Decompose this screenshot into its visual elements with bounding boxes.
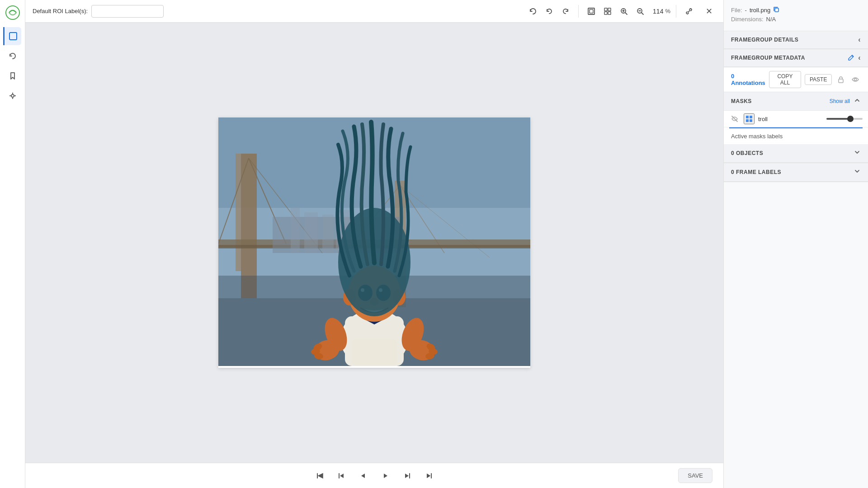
roi-label-text: Default ROI Label(s): bbox=[33, 8, 88, 14]
file-dash: - bbox=[745, 7, 747, 14]
bottom-nav: SAVE bbox=[25, 463, 723, 488]
file-info: File: - troll.png Dimensions: N/A bbox=[724, 0, 868, 31]
zoom-in-btn[interactable] bbox=[617, 4, 631, 19]
file-name: troll.png bbox=[750, 7, 770, 14]
dimensions-row: Dimensions: N/A bbox=[731, 16, 861, 23]
logo bbox=[4, 4, 22, 22]
top-toolbar: Default ROI Label(s): bbox=[25, 0, 723, 23]
roi-section: Default ROI Label(s): bbox=[33, 5, 164, 18]
paste-btn[interactable]: PASTE bbox=[805, 74, 832, 85]
svg-rect-73 bbox=[746, 119, 749, 122]
mask-opacity-slider[interactable] bbox=[826, 118, 863, 120]
fit-screen-btn[interactable] bbox=[584, 4, 599, 19]
rotate-tool[interactable] bbox=[4, 47, 22, 65]
right-panel: File: - troll.png Dimensions: N/A FRAMEG… bbox=[723, 0, 868, 488]
dimensions-label: Dimensions: bbox=[731, 16, 764, 23]
next-frame-btn[interactable] bbox=[378, 469, 392, 483]
toolbar-divider-2 bbox=[676, 5, 676, 18]
svg-rect-35 bbox=[304, 212, 318, 253]
save-button[interactable]: SAVE bbox=[678, 468, 712, 483]
show-all-link[interactable]: Show all bbox=[830, 98, 850, 104]
link-btn[interactable] bbox=[682, 4, 696, 19]
framegroup-metadata-header[interactable]: FRAMEGROUP METADATA ‹ bbox=[724, 49, 868, 67]
objects-section: 0 OBJECTS bbox=[724, 144, 868, 163]
mask-troll-visibility-btn[interactable] bbox=[729, 113, 740, 124]
frame-labels-chevron bbox=[854, 168, 861, 177]
copy-filename-btn[interactable] bbox=[773, 6, 779, 14]
svg-rect-9 bbox=[604, 8, 607, 11]
mask-slider-container[interactable] bbox=[826, 118, 863, 120]
mask-troll-name: troll bbox=[758, 116, 823, 122]
zoom-unit: % bbox=[665, 8, 670, 14]
svg-rect-1 bbox=[9, 33, 17, 40]
lock-btn[interactable] bbox=[835, 73, 846, 86]
toolbar-divider-1 bbox=[578, 5, 579, 18]
file-name-row: File: - troll.png bbox=[731, 6, 861, 14]
copy-all-btn[interactable]: COPY ALL bbox=[769, 71, 801, 88]
svg-rect-34 bbox=[291, 208, 300, 253]
toolbar-actions bbox=[526, 4, 573, 19]
svg-line-18 bbox=[642, 13, 643, 14]
framegroup-metadata-label: FRAMEGROUP METADATA bbox=[731, 55, 805, 61]
svg-point-2 bbox=[11, 94, 14, 97]
framegroup-details-label: FRAMEGROUP DETAILS bbox=[731, 37, 798, 43]
undo-btn[interactable] bbox=[542, 4, 557, 19]
svg-rect-8 bbox=[590, 9, 593, 13]
svg-rect-11 bbox=[604, 12, 607, 14]
troll-image bbox=[218, 117, 530, 366]
masks-right: Show all bbox=[830, 97, 861, 106]
framegroup-metadata-chevron: ‹ bbox=[858, 54, 861, 62]
annotations-bar: 0 Annotations COPY ALL PASTE bbox=[724, 67, 868, 92]
select-tool[interactable] bbox=[3, 27, 21, 45]
mask-troll-grid-btn[interactable] bbox=[744, 113, 755, 124]
view-controls bbox=[584, 4, 647, 19]
svg-rect-63 bbox=[352, 339, 397, 366]
prev-segment-btn[interactable] bbox=[335, 469, 349, 483]
file-label: File: bbox=[731, 7, 742, 14]
active-masks-text: Active masks labels bbox=[731, 133, 783, 140]
first-frame-btn[interactable] bbox=[313, 469, 327, 483]
prev-frame-btn[interactable] bbox=[356, 469, 371, 483]
reset-zoom-btn[interactable] bbox=[526, 4, 540, 19]
metadata-edit-icon[interactable] bbox=[848, 54, 854, 62]
frame-labels-label: 0 FRAME LABELS bbox=[731, 169, 781, 175]
zoom-value: 114 bbox=[653, 8, 663, 15]
masks-title: MASKS bbox=[731, 98, 752, 104]
mask-item-troll: troll bbox=[724, 111, 868, 127]
masks-section: MASKS Show all bbox=[724, 92, 868, 144]
masks-chevron-up bbox=[854, 97, 861, 106]
objects-header[interactable]: 0 OBJECTS bbox=[724, 144, 868, 163]
visibility-btn[interactable] bbox=[850, 73, 861, 86]
svg-rect-72 bbox=[750, 116, 752, 118]
active-masks-labels: Active masks labels bbox=[724, 128, 868, 144]
roi-input[interactable] bbox=[91, 5, 164, 18]
svg-rect-68 bbox=[775, 8, 778, 12]
svg-rect-69 bbox=[839, 79, 843, 83]
canvas-area[interactable] bbox=[25, 23, 723, 463]
objects-label: 0 OBJECTS bbox=[731, 150, 763, 156]
next-segment-btn[interactable] bbox=[400, 469, 414, 483]
svg-rect-12 bbox=[608, 12, 611, 14]
zoom-display: 114 % bbox=[653, 8, 670, 15]
image-container bbox=[218, 117, 530, 368]
svg-rect-74 bbox=[750, 119, 752, 122]
last-frame-btn[interactable] bbox=[421, 469, 436, 483]
svg-rect-36 bbox=[322, 215, 334, 253]
svg-rect-23 bbox=[236, 154, 241, 271]
point-tool[interactable] bbox=[4, 87, 22, 105]
frame-labels-section: 0 FRAME LABELS bbox=[724, 163, 868, 182]
svg-point-0 bbox=[6, 6, 19, 19]
framegroup-details-section: FRAMEGROUP DETAILS ‹ bbox=[724, 31, 868, 49]
objects-chevron bbox=[854, 149, 861, 158]
svg-line-14 bbox=[625, 13, 627, 14]
bookmark-tool[interactable] bbox=[4, 67, 22, 85]
framegroup-details-header[interactable]: FRAMEGROUP DETAILS ‹ bbox=[724, 31, 868, 49]
redo-btn[interactable] bbox=[558, 4, 573, 19]
close-btn[interactable]: ✕ bbox=[702, 4, 716, 19]
left-sidebar bbox=[0, 0, 25, 488]
frame-labels-header[interactable]: 0 FRAME LABELS bbox=[724, 163, 868, 182]
grid-btn[interactable] bbox=[600, 4, 615, 19]
zoom-out-btn[interactable] bbox=[633, 4, 647, 19]
masks-header: MASKS Show all bbox=[724, 92, 868, 111]
svg-rect-7 bbox=[588, 8, 594, 14]
